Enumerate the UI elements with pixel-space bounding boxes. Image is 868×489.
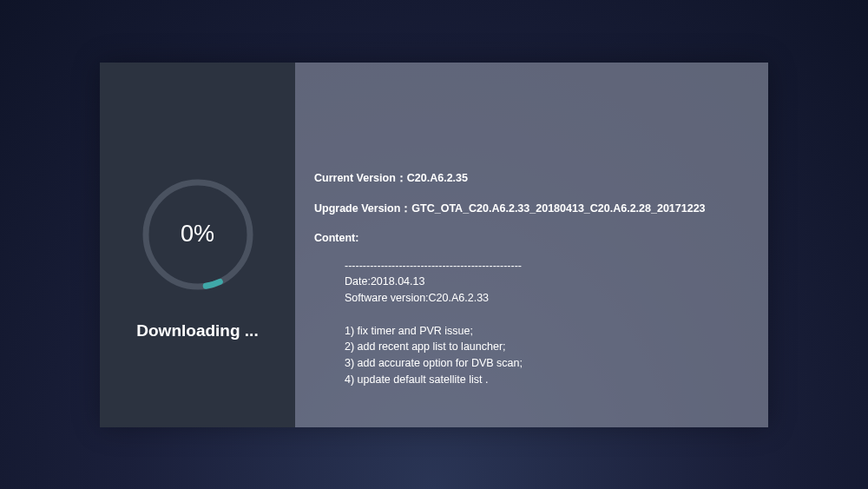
current-version-row: Current Version：C20.A6.2.35 [314,171,749,186]
current-version-label: Current Version： [314,172,407,184]
progress-panel: 0% Downloading ... [100,63,295,427]
progress-ring: 0% [139,175,257,294]
upgrade-version-row: Upgrade Version：GTC_OTA_C20.A6.2.33_2018… [314,202,749,216]
changelog-content: ----------------------------------------… [314,258,749,388]
update-dialog: 0% Downloading ... Current Version：C20.A… [100,63,768,427]
download-status: Downloading ... [136,321,258,340]
current-version-value: C20.A6.2.35 [407,172,468,184]
upgrade-version-label: Upgrade Version： [314,202,411,215]
content-label: Content: [314,232,749,244]
upgrade-version-value: GTC_OTA_C20.A6.2.33_20180413_C20.A6.2.28… [411,202,705,215]
info-panel: Current Version：C20.A6.2.35 Upgrade Vers… [295,63,768,427]
progress-percent: 0% [181,221,214,248]
